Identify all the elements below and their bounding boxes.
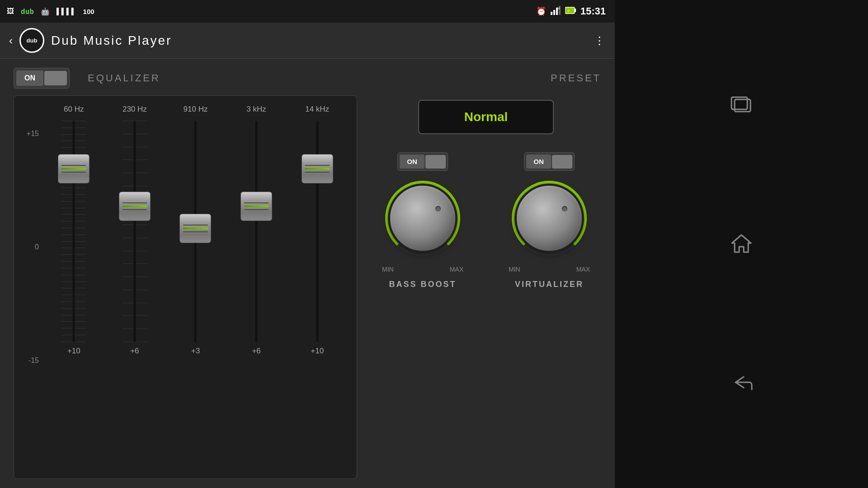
status-android-icon: 🤖 <box>41 7 50 16</box>
band-14khz: 14 kHz +10 <box>287 105 348 367</box>
home-button[interactable] <box>731 233 752 256</box>
bass-boost-label: BASS BOOST <box>389 280 456 289</box>
freq-60hz: 60 Hz <box>64 105 84 114</box>
thumb-line1 <box>61 165 86 166</box>
eq-sliders-container: +15 0 -15 60 Hz for(let i=0;i<16;i++) do… <box>23 105 348 367</box>
slider-track-60hz[interactable]: for(let i=0;i<16;i++) document.write('<d… <box>43 121 104 342</box>
slider-track-3khz[interactable] <box>226 121 287 342</box>
virtualizer-unit: ON MIN <box>509 152 590 289</box>
thumb-3khz[interactable] <box>241 192 272 221</box>
status-icons-left: 🖼 dub 🤖 ▌▌▌▌ 100 <box>0 7 94 16</box>
preset-section-label: PRESET <box>551 72 601 84</box>
bass-boost-toggle-off <box>425 155 446 169</box>
bass-boost-max-label: MAX <box>450 266 463 273</box>
scale-zero: 0 <box>23 243 39 251</box>
thumb-line2 <box>61 172 86 173</box>
app-container: 🖼 dub 🤖 ▌▌▌▌ 100 ⏰ H ⚡ <box>0 0 615 488</box>
band-230hz: 230 Hz +6 <box>104 105 165 367</box>
preset-button[interactable]: Normal <box>418 100 554 134</box>
home-icon <box>731 233 752 254</box>
eq-toggle-off-area <box>44 71 67 85</box>
thumb-14khz[interactable] <box>302 154 333 183</box>
status-barcode-icon: ▌▌▌▌ <box>57 8 76 15</box>
value-3khz: +6 <box>252 347 260 356</box>
app-title: Dub Music Player <box>51 33 172 48</box>
status-icons-right: ⏰ H ⚡ 15:31 <box>536 5 606 17</box>
svg-rect-6 <box>575 9 576 12</box>
right-sidebar <box>615 0 868 488</box>
signal-icon: H <box>551 6 561 17</box>
app-logo: dub <box>19 28 44 53</box>
recent-apps-button[interactable] <box>730 95 753 116</box>
bass-boost-toggle[interactable]: ON <box>397 152 448 171</box>
band-60hz: 60 Hz for(let i=0;i<16;i++) document.wri… <box>43 105 104 367</box>
status-dub-icon: dub <box>21 7 34 16</box>
thumb-60hz[interactable] <box>58 154 90 183</box>
status-bar: 🖼 dub 🤖 ▌▌▌▌ 100 ⏰ H ⚡ <box>0 0 615 23</box>
svg-text:⚡: ⚡ <box>566 8 571 14</box>
value-60hz: +10 <box>67 347 80 356</box>
band-910hz: 910 Hz +3 <box>165 105 226 367</box>
eq-preset-row: +15 0 -15 60 Hz for(let i=0;i<16;i++) do… <box>14 95 601 479</box>
freq-910hz: 910 Hz <box>184 105 208 114</box>
virtualizer-knob[interactable] <box>509 178 590 259</box>
back-nav-icon <box>730 373 753 391</box>
virtualizer-toggle-off <box>552 155 572 169</box>
main-content: ON EQUALIZER PRESET +15 0 -15 <box>0 59 615 488</box>
virtualizer-knob-body <box>515 184 583 252</box>
freq-230hz: 230 Hz <box>123 105 147 114</box>
preset-container: Normal <box>371 95 601 134</box>
preset-panel: Normal ON <box>371 95 601 479</box>
eq-panel: +15 0 -15 60 Hz for(let i=0;i<16;i++) do… <box>14 95 357 479</box>
eq-toggle[interactable]: ON <box>14 68 70 89</box>
track-3khz <box>255 121 258 342</box>
bass-boost-toggle-on: ON <box>400 155 425 169</box>
alarm-icon: ⏰ <box>536 6 546 16</box>
bass-boost-knob-dot <box>435 206 441 211</box>
track-230hz <box>133 121 136 342</box>
slider-track-14khz[interactable] <box>287 121 348 342</box>
bass-boost-min-max: MIN MAX <box>382 266 463 273</box>
logo-text: dub <box>27 37 38 44</box>
eq-scale: +15 0 -15 <box>23 130 39 365</box>
value-910hz: +3 <box>191 347 200 356</box>
svg-rect-0 <box>551 12 552 15</box>
status-time: 15:31 <box>580 5 606 17</box>
recent-apps-icon <box>730 95 753 114</box>
slider-track-910hz[interactable] <box>165 121 226 342</box>
scale-plus15: +15 <box>23 130 39 138</box>
value-14khz: +10 <box>311 347 324 356</box>
bass-boost-knob[interactable] <box>382 178 463 259</box>
virtualizer-max-label: MAX <box>576 266 590 273</box>
equalizer-label: EQUALIZER <box>88 72 160 84</box>
bass-boost-min-label: MIN <box>382 266 394 273</box>
back-button[interactable]: ‹ <box>9 34 13 47</box>
thumb-910hz[interactable] <box>179 214 211 243</box>
virtualizer-label: VIRTUALIZER <box>515 280 584 289</box>
bass-boost-unit: ON <box>382 152 463 289</box>
back-nav-button[interactable] <box>730 373 753 393</box>
svg-text:H: H <box>557 6 560 10</box>
scale-minus15: -15 <box>23 357 39 365</box>
thumb-green-line1 <box>61 168 86 169</box>
controls-row: ON EQUALIZER PRESET <box>14 68 601 89</box>
status-photo-icon: 🖼 <box>7 7 14 15</box>
virtualizer-toggle-on: ON <box>526 155 551 169</box>
eq-toggle-on-label: ON <box>16 70 43 86</box>
virtualizer-min-max: MIN MAX <box>509 266 590 273</box>
virtualizer-knob-dot <box>562 206 567 211</box>
effects-row: ON <box>371 143 601 298</box>
value-230hz: +6 <box>130 347 139 356</box>
slider-track-230hz[interactable] <box>104 121 165 342</box>
menu-button[interactable]: ⋮ <box>594 34 606 47</box>
freq-14khz: 14 kHz <box>305 105 329 114</box>
virtualizer-toggle[interactable]: ON <box>524 152 575 171</box>
virtualizer-min-label: MIN <box>509 266 520 273</box>
status-100-icon: 100 <box>83 8 94 15</box>
battery-icon: ⚡ <box>565 6 576 17</box>
thumb-230hz[interactable] <box>119 192 151 221</box>
svg-rect-1 <box>553 10 555 15</box>
svg-marker-12 <box>732 235 751 252</box>
bass-boost-knob-body <box>389 184 457 252</box>
title-bar: ‹ dub Dub Music Player ⋮ <box>0 23 615 59</box>
